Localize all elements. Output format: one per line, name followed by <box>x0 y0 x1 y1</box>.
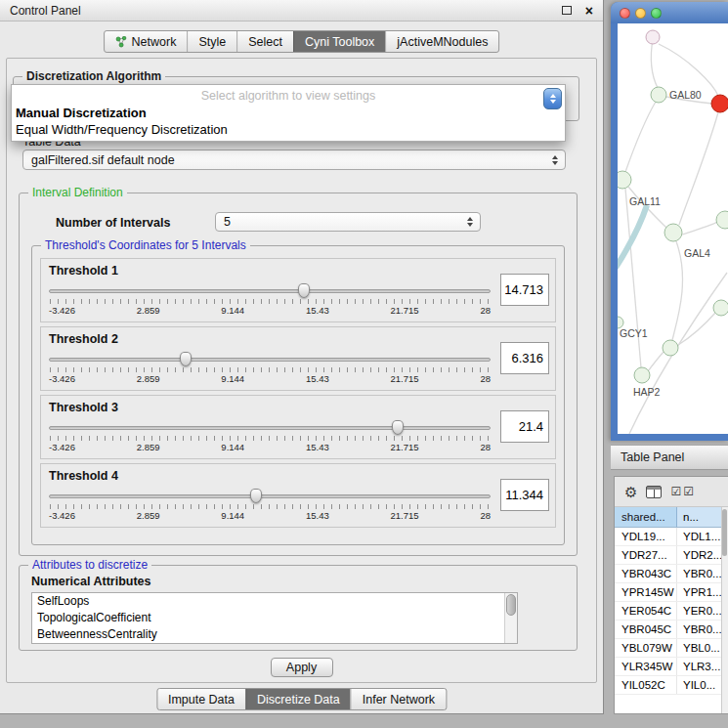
threshold-panel: Threshold 2-3.4262.8599.14415.4321.71528… <box>40 326 556 391</box>
network-icon <box>115 36 127 48</box>
table-row[interactable]: YER054CYER0... <box>615 602 721 621</box>
network-node-label: GAL80 <box>669 89 702 101</box>
network-canvas[interactable]: GAL80GAL11GAL4GCY1HAP2 <box>618 23 728 434</box>
thresholds-group: Threshold's Coordinates for 5 Intervals … <box>31 245 565 545</box>
columns-icon[interactable] <box>646 486 662 498</box>
threshold-slider: -3.4262.8599.14415.4321.71528 <box>49 282 491 320</box>
attribute-item[interactable]: TopologicalCoefficient <box>32 610 517 626</box>
network-edge[interactable] <box>629 273 727 434</box>
scrollbar-thumb[interactable] <box>722 509 727 556</box>
table-row[interactable]: YBR043CYBR0... <box>615 565 721 583</box>
network-edge[interactable] <box>679 112 718 225</box>
network-edge[interactable] <box>672 241 683 340</box>
cell-name: YDL1... <box>677 528 721 545</box>
cell-shared-name: YBL079W <box>615 639 677 657</box>
table-row[interactable]: YPR145WYPR1... <box>615 583 721 602</box>
network-edge[interactable] <box>648 352 664 371</box>
tab-network[interactable]: Network <box>105 31 188 52</box>
gear-icon[interactable]: ⚙ <box>624 485 637 499</box>
float-window-icon[interactable] <box>562 6 572 15</box>
tab-infer-network[interactable]: Infer Network <box>351 689 446 709</box>
cell-shared-name: YPR145W <box>615 583 677 601</box>
tick-label: 21.715 <box>391 510 419 521</box>
table-row[interactable]: YBR045CYBR0... <box>615 621 721 639</box>
slider-track[interactable] <box>49 426 491 430</box>
slider-tick-labels: -3.4262.8599.14415.4321.71528 <box>49 305 491 316</box>
bottom-tab-strip: Impute DataDiscretize DataInfer Network <box>156 688 447 710</box>
table-rows: YDL19...YDL1...YDR27...YDR2...YBR043CYBR… <box>615 528 721 695</box>
slider-ticks <box>50 504 490 509</box>
column-header-shared-name[interactable]: shared... <box>615 507 677 527</box>
attribute-item[interactable]: BetweennessCentrality <box>32 626 517 643</box>
table-row[interactable]: YLR345WYLR3... <box>615 658 721 676</box>
close-traffic-light-icon[interactable] <box>620 8 630 19</box>
algorithm-combo-button[interactable] <box>543 88 562 109</box>
cell-shared-name: YER054C <box>615 602 677 620</box>
attributes-group: Attributes to discretize Numerical Attri… <box>19 565 578 651</box>
tab-jactivemnodules[interactable]: jActiveMNodules <box>385 31 498 52</box>
network-node[interactable] <box>651 87 666 103</box>
threshold-label: Threshold 3 <box>49 401 118 414</box>
network-node[interactable] <box>663 340 678 356</box>
network-node[interactable] <box>618 171 631 189</box>
algo-option-manual-discretization[interactable]: Manual Discretization <box>12 105 565 121</box>
attributes-scrollbar[interactable] <box>504 593 517 643</box>
tab-impute-data[interactable]: Impute Data <box>157 689 245 709</box>
table-row[interactable]: YDL19...YDL1... <box>615 528 721 546</box>
network-edge[interactable] <box>651 39 658 88</box>
tick-label: 28 <box>480 305 491 316</box>
close-icon[interactable]: × <box>585 4 593 18</box>
network-node-label: HAP2 <box>633 386 661 398</box>
network-edge[interactable] <box>682 222 717 235</box>
network-node[interactable] <box>664 224 682 241</box>
table-scrollbar[interactable] <box>721 507 728 713</box>
threshold-value-field[interactable]: 21.4 <box>500 410 549 443</box>
slider-thumb[interactable] <box>250 489 262 503</box>
network-edge[interactable] <box>625 102 656 172</box>
table-row[interactable]: YDR27...YDR2... <box>615 546 721 565</box>
table-row[interactable]: YIL052CYIL0... <box>615 676 721 695</box>
tick-label: 2.859 <box>137 305 160 316</box>
cyni-toolbox-panel: Discretization Algorithm Select algorith… <box>6 58 597 683</box>
numerical-attributes-label: Numerical Attributes <box>31 575 150 588</box>
tab-discretize-data[interactable]: Discretize Data <box>245 689 351 709</box>
slider-thumb[interactable] <box>180 352 192 366</box>
tab-style[interactable]: Style <box>187 31 236 52</box>
table-data-combo[interactable]: galFiltered.sif default node <box>22 150 566 170</box>
threshold-value-field[interactable]: 11.344 <box>500 479 549 511</box>
cell-shared-name: YBR045C <box>615 621 677 638</box>
network-edge[interactable] <box>618 205 647 268</box>
network-node[interactable] <box>716 211 728 229</box>
network-edge[interactable] <box>625 189 641 367</box>
slider-track[interactable] <box>49 358 491 362</box>
column-header-name[interactable]: n... <box>677 507 721 527</box>
slider-track[interactable] <box>49 494 491 498</box>
zoom-traffic-light-icon[interactable] <box>651 8 662 19</box>
tick-label: -3.426 <box>49 442 75 452</box>
threshold-value-field[interactable]: 6.316 <box>500 342 549 374</box>
tick-label: -3.426 <box>49 305 75 316</box>
tab-select[interactable]: Select <box>236 31 293 52</box>
network-node[interactable] <box>711 95 728 112</box>
attribute-item[interactable]: SelfLoops <box>32 593 517 610</box>
threshold-value-field[interactable]: 14.713 <box>500 274 549 306</box>
tick-label: 2.859 <box>137 442 160 452</box>
slider-thumb[interactable] <box>392 420 404 435</box>
cell-shared-name: YDR27... <box>615 546 677 564</box>
slider-track[interactable] <box>49 289 491 293</box>
apply-button[interactable]: Apply <box>271 658 333 677</box>
tick-label: 9.144 <box>221 442 244 452</box>
network-node[interactable] <box>646 30 660 44</box>
select-checkbox-icons[interactable]: ☑☑ <box>670 485 696 498</box>
cell-name: YPR1... <box>677 583 721 601</box>
number-of-intervals-combo[interactable]: 5 <box>215 212 481 232</box>
network-node[interactable] <box>713 300 728 316</box>
slider-ticks <box>50 436 490 441</box>
table-row[interactable]: YBL079WYBL0... <box>615 639 721 658</box>
tab-cyni-toolbox[interactable]: Cyni Toolbox <box>293 31 385 52</box>
minimize-traffic-light-icon[interactable] <box>635 8 646 19</box>
slider-thumb[interactable] <box>298 283 310 298</box>
network-node[interactable] <box>634 367 650 383</box>
scrollbar-thumb[interactable] <box>506 594 516 616</box>
algo-option-equal-width-frequency-discretization[interactable]: Equal Width/Frequency Discretization <box>12 121 565 138</box>
